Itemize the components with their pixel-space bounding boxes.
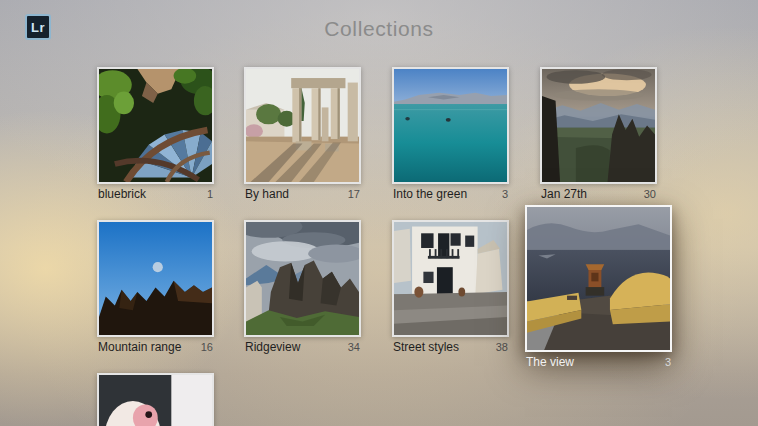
collection-name: Into the green xyxy=(393,187,467,201)
collection-count: 3 xyxy=(665,356,671,368)
collection-tile-by-hand[interactable]: By hand 17 xyxy=(244,67,361,201)
rock-formations-photo xyxy=(97,220,214,337)
collection-count: 3 xyxy=(502,188,508,200)
ancient-ruins-photo xyxy=(244,67,361,184)
spiral-staircase-photo xyxy=(97,67,214,184)
collection-name: bluebrick xyxy=(98,187,146,201)
collection-name: Street styles xyxy=(393,340,459,354)
collection-name: Ridgeview xyxy=(245,340,300,354)
collection-name: Jan 27th xyxy=(541,187,587,201)
sunset-valley-photo xyxy=(540,67,657,184)
collection-count: 30 xyxy=(644,188,656,200)
collection-count: 38 xyxy=(496,341,508,353)
collection-name: By hand xyxy=(245,187,289,201)
pelican-photo xyxy=(97,373,214,426)
collection-count: 34 xyxy=(348,341,360,353)
collection-count: 1 xyxy=(207,188,213,200)
collection-tile-bluebrick[interactable]: bluebrick 1 xyxy=(97,67,214,201)
lightroom-collections-screen: { "app": { "logo_text": "Lr" }, "header"… xyxy=(0,0,758,426)
collection-tile-ridgeview[interactable]: Ridgeview 34 xyxy=(244,220,361,354)
collection-tile-jan-27th[interactable]: Jan 27th 30 xyxy=(540,67,657,201)
teal-sea-photo xyxy=(392,67,509,184)
collection-tile-pelican[interactable] xyxy=(97,373,214,426)
collection-name: Mountain range xyxy=(98,340,181,354)
white-building-photo xyxy=(392,220,509,337)
collection-tile-street-styles[interactable]: Street styles 38 xyxy=(392,220,509,354)
collection-count: 17 xyxy=(348,188,360,200)
collection-name: The view xyxy=(526,355,574,369)
caldera-view-photo xyxy=(525,205,672,352)
storm-cliffs-photo xyxy=(244,220,361,337)
collection-count: 16 xyxy=(201,341,213,353)
page-title: Collections xyxy=(0,17,758,41)
collection-tile-the-view-selected[interactable]: The view 3 xyxy=(525,205,672,369)
collection-tile-into-the-green[interactable]: Into the green 3 xyxy=(392,67,509,201)
collection-tile-mountain-range[interactable]: Mountain range 16 xyxy=(97,220,214,354)
